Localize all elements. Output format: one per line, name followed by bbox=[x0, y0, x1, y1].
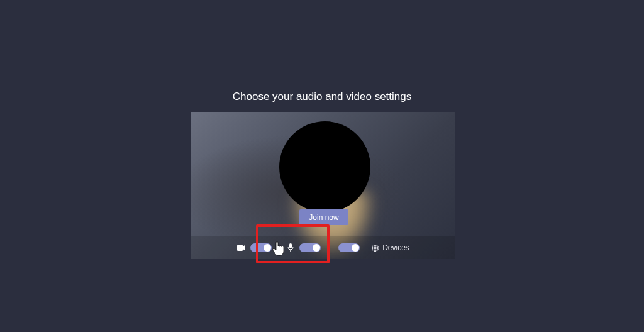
background-blur-toggle[interactable] bbox=[299, 243, 321, 252]
video-camera-icon bbox=[236, 243, 247, 252]
mic-toggle-group bbox=[335, 236, 360, 259]
background-blur-toggle-group bbox=[286, 236, 321, 259]
video-toggle[interactable] bbox=[250, 243, 272, 252]
av-controls-bar: Devices bbox=[191, 236, 455, 259]
svg-point-3 bbox=[374, 246, 376, 248]
svg-rect-2 bbox=[290, 250, 291, 252]
microphone-toggle-knob bbox=[352, 244, 359, 252]
microphone-icon bbox=[286, 243, 296, 252]
page-title: Choose your audio and video settings bbox=[0, 91, 644, 103]
svg-rect-1 bbox=[289, 243, 292, 248]
devices-label: Devices bbox=[382, 243, 409, 252]
gear-icon bbox=[371, 244, 379, 252]
join-now-label: Join now bbox=[309, 213, 338, 222]
microphone-toggle[interactable] bbox=[338, 243, 360, 252]
video-toggle-knob bbox=[264, 244, 271, 252]
video-preview: Join now bbox=[191, 112, 455, 259]
face-redaction-mask bbox=[279, 121, 370, 213]
join-now-button[interactable]: Join now bbox=[299, 209, 348, 225]
devices-button[interactable]: Devices bbox=[371, 243, 409, 252]
video-toggle-group bbox=[236, 236, 272, 259]
svg-rect-0 bbox=[237, 245, 243, 251]
background-blur-toggle-knob bbox=[313, 244, 320, 252]
